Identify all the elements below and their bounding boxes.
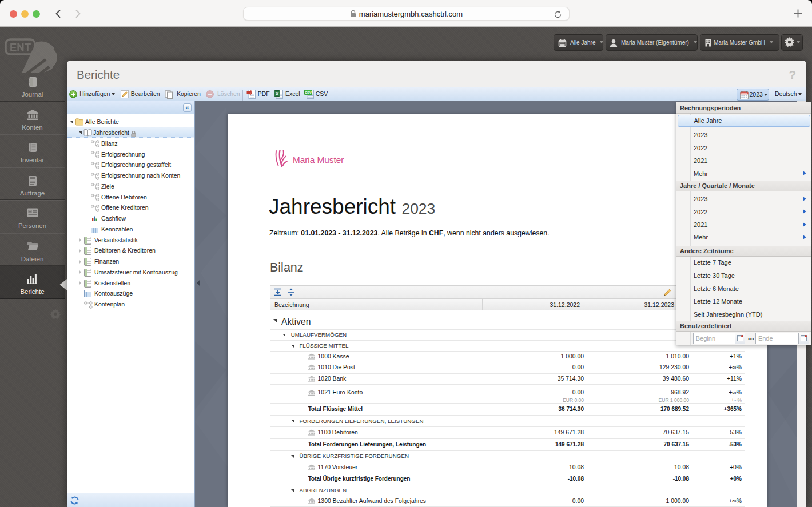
svg-text:X: X [276,91,279,97]
svg-text:CSV: CSV [305,91,312,94]
svg-text:ENT: ENT [10,41,31,53]
